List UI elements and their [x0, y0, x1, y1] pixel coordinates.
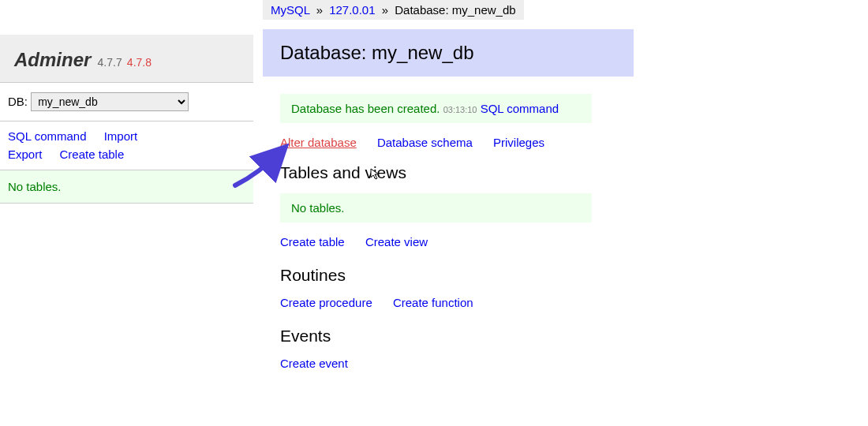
page-title: Database: my_new_db	[263, 29, 634, 77]
heading-tables: Tables and views	[280, 163, 855, 182]
sidebar: Adminer 4.7.7 4.7.8 DB: my_new_db SQL co…	[0, 0, 253, 387]
link-privileges[interactable]: Privileges	[493, 136, 544, 149]
link-alter-database[interactable]: Alter database	[280, 136, 357, 149]
link-create-table[interactable]: Create table	[280, 235, 345, 248]
breadcrumb-db-name: my_new_db	[452, 3, 516, 17]
breadcrumb-host[interactable]: 127.0.01	[329, 3, 375, 17]
routines-links: Create procedure Create function	[280, 296, 855, 309]
events-links: Create event	[280, 357, 855, 370]
app-update-version[interactable]: 4.7.8	[127, 56, 152, 69]
main: MySQL » 127.0.01 » Database: my_new_db D…	[253, 0, 868, 387]
link-create-view[interactable]: Create view	[365, 235, 428, 248]
db-selector-row: DB: my_new_db	[0, 83, 253, 121]
sidebar-no-tables: No tables.	[0, 170, 253, 204]
sidebar-link-export[interactable]: Export	[8, 146, 42, 164]
breadcrumb-db-prefix: Database:	[395, 3, 452, 17]
heading-routines: Routines	[280, 266, 855, 285]
msg-created-text: Database has been created.	[291, 102, 440, 115]
link-create-event[interactable]: Create event	[280, 357, 348, 370]
db-select[interactable]: my_new_db	[31, 92, 189, 111]
success-message: Database has been created. 03:13:10 SQL …	[280, 94, 592, 123]
breadcrumb-driver[interactable]: MySQL	[271, 3, 309, 17]
sidebar-link-import[interactable]: Import	[104, 128, 138, 146]
link-create-procedure[interactable]: Create procedure	[280, 296, 372, 309]
heading-events: Events	[280, 327, 855, 346]
sidebar-header: Adminer 4.7.7 4.7.8	[0, 35, 253, 83]
link-create-function[interactable]: Create function	[393, 296, 473, 309]
breadcrumb-sep: »	[379, 3, 391, 17]
sidebar-link-create-table[interactable]: Create table	[60, 146, 125, 164]
tables-empty-msg: No tables.	[280, 193, 592, 222]
app-name: Adminer	[14, 49, 91, 70]
msg-time: 03:13:10	[443, 105, 477, 114]
breadcrumb-sep: »	[313, 3, 326, 17]
link-database-schema[interactable]: Database schema	[377, 136, 473, 149]
sidebar-link-sql[interactable]: SQL command	[8, 128, 87, 146]
msg-sql-link[interactable]: SQL command	[481, 102, 559, 115]
app-version: 4.7.7	[98, 56, 122, 69]
breadcrumb: MySQL » 127.0.01 » Database: my_new_db	[263, 0, 524, 20]
db-action-row: Alter database Database schema Privilege…	[280, 136, 855, 149]
tables-links: Create table Create view	[280, 235, 855, 248]
db-label: DB:	[8, 95, 28, 108]
sidebar-links: SQL command Import Export Create table	[0, 121, 253, 170]
